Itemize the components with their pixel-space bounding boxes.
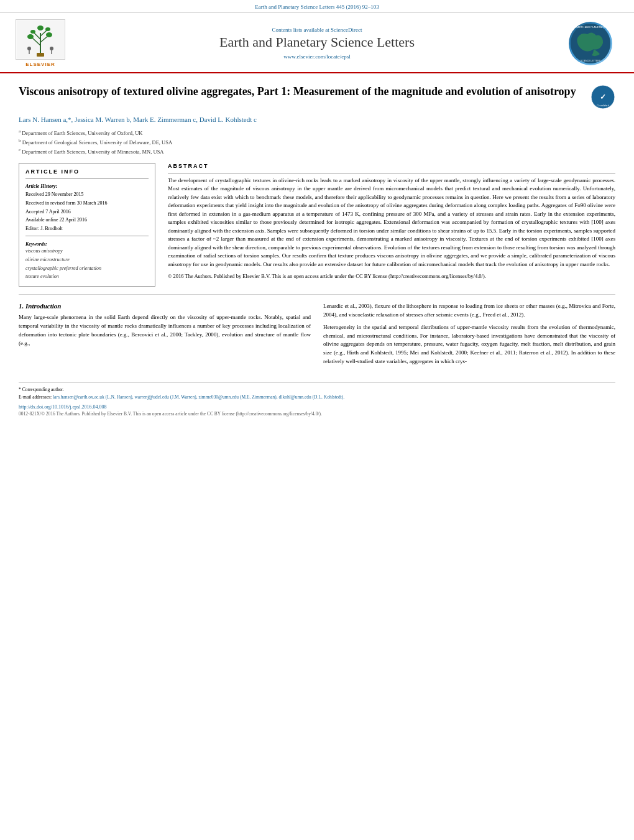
info-divider bbox=[25, 178, 149, 179]
svg-point-10 bbox=[37, 25, 44, 30]
introduction-section: 1. Introduction Many large-scale phenome… bbox=[19, 302, 615, 371]
svg-text:SCIENCE LETTERS: SCIENCE LETTERS bbox=[581, 60, 601, 62]
affiliations: a Department of Earth Sciences, Universi… bbox=[19, 128, 615, 157]
email-label: E-mail addresses: bbox=[19, 394, 52, 400]
intro-right-col: Lenardic et al., 2003), flexure of the l… bbox=[323, 302, 615, 371]
issn-line: 0012-821X/© 2016 The Authors. Published … bbox=[19, 411, 615, 417]
doi-link[interactable]: http://dx.doi.org/10.1016/j.epsl.2016.04… bbox=[19, 404, 106, 410]
affiliation-a: a Department of Earth Sciences, Universi… bbox=[19, 128, 615, 137]
copyright-line: © 2016 The Authors. Published by Elsevie… bbox=[168, 272, 615, 280]
svg-text:EARTH AND PLANETARY: EARTH AND PLANETARY bbox=[576, 25, 605, 29]
journal-bar: Earth and Planetary Science Letters 445 … bbox=[0, 0, 634, 13]
intro-para1: Many large-scale phenomena in the solid … bbox=[19, 313, 311, 348]
article-info-box: ARTICLE INFO Article History: Received 2… bbox=[19, 163, 155, 287]
issn-text: 0012-821X/© 2016 The Authors. Published … bbox=[19, 411, 322, 417]
affiliation-c: c Department of Earth Sciences, Universi… bbox=[19, 147, 615, 156]
svg-point-7 bbox=[46, 32, 52, 37]
article-history: Article History: Received 29 November 20… bbox=[25, 182, 149, 233]
svg-point-14 bbox=[50, 47, 53, 50]
article-title: Viscous anisotropy of textured olivine a… bbox=[19, 85, 584, 99]
svg-point-6 bbox=[27, 34, 34, 39]
history-label: Article History: bbox=[25, 182, 149, 191]
abstract-col: ABSTRACT The development of crystallogra… bbox=[168, 163, 615, 287]
authors: Lars N. Hansen a,*, Jessica M. Warren b,… bbox=[19, 114, 615, 125]
author-list: Lars N. Hansen a,*, Jessica M. Warren b,… bbox=[19, 116, 257, 123]
online-date: Available online 22 April 2016 bbox=[25, 216, 149, 224]
footnotes: * Corresponding author. E-mail addresses… bbox=[19, 386, 615, 401]
svg-point-9 bbox=[45, 27, 50, 31]
svg-text:✓: ✓ bbox=[600, 93, 606, 101]
page: Earth and Planetary Science Letters 445 … bbox=[0, 0, 634, 840]
journal-title-area: Contents lists available at ScienceDirec… bbox=[68, 27, 566, 59]
contents-line: Contents lists available at ScienceDirec… bbox=[68, 27, 566, 33]
corresponding-note: * Corresponding author. bbox=[19, 386, 615, 394]
keyword-4: texture evolution bbox=[25, 272, 149, 281]
main-divider bbox=[19, 294, 615, 295]
abstract-header: ABSTRACT bbox=[168, 163, 615, 169]
earth-logo-image: EARTH AND PLANETARY SCIENCE LETTERS bbox=[569, 22, 612, 65]
email-addresses[interactable]: lars.hansen@earth.ox.ac.uk (L.N. Hansen)… bbox=[53, 394, 344, 400]
svg-text:CrossMark: CrossMark bbox=[597, 104, 609, 107]
intro-title: 1. Introduction bbox=[19, 302, 311, 310]
keyword-2: olivine microstructure bbox=[25, 256, 149, 264]
header-section: ELSEVIER Contents lists available at Sci… bbox=[0, 13, 634, 73]
elsevier-logo-image bbox=[16, 19, 65, 60]
intro-para1-right: Lenardic et al., 2003), flexure of the l… bbox=[323, 302, 615, 367]
article-info-col: ARTICLE INFO Article History: Received 2… bbox=[19, 163, 155, 287]
keyword-3: crystallographic preferred orientation bbox=[25, 264, 149, 273]
svg-point-12 bbox=[27, 47, 31, 50]
page-footer: * Corresponding author. E-mail addresses… bbox=[19, 382, 615, 417]
keywords-section: Keywords: viscous anisotropy olivine mic… bbox=[25, 241, 149, 280]
keywords-label: Keywords: bbox=[25, 241, 149, 247]
svg-point-8 bbox=[30, 30, 35, 34]
elsevier-label: ELSEVIER bbox=[25, 62, 55, 67]
article-title-section: Viscous anisotropy of textured olivine a… bbox=[19, 80, 615, 109]
journal-citation: Earth and Planetary Science Letters 445 … bbox=[255, 4, 379, 10]
keyword-1: viscous anisotropy bbox=[25, 247, 149, 256]
article-content: Viscous anisotropy of textured olivine a… bbox=[0, 73, 634, 376]
received-date: Received 29 November 2015 bbox=[25, 190, 149, 199]
crossmark-icon[interactable]: ✓ CrossMark bbox=[590, 85, 615, 109]
svg-rect-11 bbox=[37, 53, 44, 57]
abstract-text: The development of crystallographic text… bbox=[168, 177, 615, 269]
editor: Editor: J. Brodholt bbox=[25, 224, 149, 233]
elsevier-logo: ELSEVIER bbox=[12, 19, 68, 67]
intro-left-col: 1. Introduction Many large-scale phenome… bbox=[19, 302, 311, 371]
doi-line: http://dx.doi.org/10.1016/j.epsl.2016.04… bbox=[19, 404, 615, 410]
revised-date: Received in revised form 30 March 2016 bbox=[25, 199, 149, 208]
affiliation-b: b Department of Geological Sciences, Uni… bbox=[19, 137, 615, 147]
journal-main-title: Earth and Planetary Science Letters bbox=[68, 34, 566, 50]
article-info-header: ARTICLE INFO bbox=[25, 168, 149, 175]
info-abstract-cols: ARTICLE INFO Article History: Received 2… bbox=[19, 163, 615, 287]
email-line: E-mail addresses: lars.hansen@earth.ox.a… bbox=[19, 394, 615, 401]
keywords-list: viscous anisotropy olivine microstructur… bbox=[25, 247, 149, 280]
abstract-divider bbox=[168, 173, 615, 173]
keywords-divider bbox=[25, 236, 149, 236]
accepted-date: Accepted 7 April 2016 bbox=[25, 208, 149, 216]
sciencedirect-link[interactable]: ScienceDirect bbox=[331, 27, 362, 33]
earth-logo: EARTH AND PLANETARY SCIENCE LETTERS bbox=[566, 22, 615, 65]
journal-url[interactable]: www.elsevier.com/locate/epsl bbox=[68, 53, 566, 60]
